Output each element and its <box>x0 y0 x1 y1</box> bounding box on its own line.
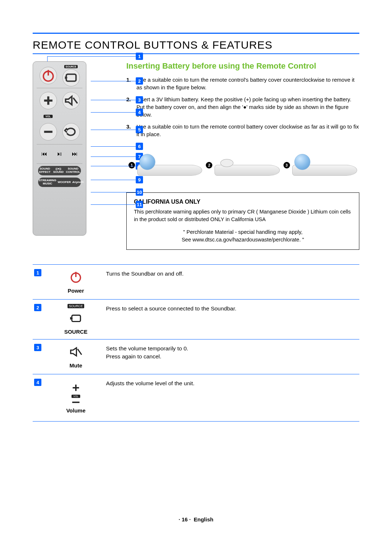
instruction-steps: 1.Use a suitable coin to turn the remote… <box>126 76 359 138</box>
row-label: Volume <box>66 407 85 414</box>
section-subtitle: Inserting Battery before using the Remot… <box>126 61 359 71</box>
callout-3: 3 <box>136 96 143 103</box>
row-desc: Turns the Soundbar on and off. <box>103 265 359 299</box>
vol-label: VOL <box>44 115 52 118</box>
callout-2: 2 <box>136 77 143 85</box>
source-badge: SOURCE <box>68 304 85 308</box>
callout-10: 10 <box>136 188 143 196</box>
table-row: 1 Power Turns the Soundbar on and off. <box>33 265 359 300</box>
power-icon <box>69 270 83 285</box>
row-label: SOURCE <box>64 329 87 335</box>
power-button-icon <box>40 67 57 84</box>
row-desc: Adjusts the volume level of the unit. <box>103 374 359 421</box>
table-row: 3 Mute Sets the volume temporarily to 0.… <box>33 339 359 374</box>
callout-5: 5 <box>136 126 143 133</box>
battery-figure: 1 2 3 <box>126 145 359 185</box>
mute-button-icon <box>62 92 80 109</box>
svg-rect-2 <box>66 74 76 81</box>
table-row: 4 VOL Volume Adjusts the volume level of… <box>33 374 359 422</box>
mute-icon <box>69 345 83 360</box>
callout-1: 1 <box>136 53 143 60</box>
repeat-button-icon <box>62 123 80 141</box>
svg-line-10 <box>78 349 82 355</box>
svg-rect-9 <box>72 315 81 321</box>
stream-pill: STREAMING MUSIC WOOFER Anynet+ <box>38 178 81 187</box>
row-label: Power <box>68 288 84 294</box>
source-label: SOURCE <box>64 65 78 68</box>
source-button-icon <box>62 69 80 86</box>
row-desc: Sets the volume temporarily to 0. Press … <box>103 339 359 374</box>
callout-6: 6 <box>136 143 143 150</box>
vol-down-icon <box>40 123 57 141</box>
callout-11: 11 <box>136 201 143 208</box>
sound-pill: SOUND EFFECT ((●)) SOUND SOUND CONTROL <box>38 166 81 175</box>
row-label: Mute <box>70 362 82 369</box>
page-title: REMOTE CONTROL BUTTONS & FEATURES <box>33 39 359 51</box>
california-notice: CALIFORNIA USA ONLY This perchlorate war… <box>126 192 359 250</box>
vol-up-icon <box>40 92 57 109</box>
source-icon <box>69 311 83 326</box>
svg-line-5 <box>73 98 77 103</box>
row-desc: Press to select a source connected to th… <box>103 300 359 339</box>
remote-diagram: 1 SOURCE <box>33 61 116 250</box>
button-table: 1 Power Turns the Soundbar on and off. 2… <box>33 264 359 422</box>
transport-row: ⏮⏯⏭ <box>37 147 82 161</box>
callout-4: 4 <box>136 109 143 116</box>
table-row: 2 SOURCE SOURCE Press to select a source… <box>33 300 359 339</box>
volume-icon: VOL <box>70 382 81 405</box>
page-footer: 16 English <box>0 516 392 522</box>
